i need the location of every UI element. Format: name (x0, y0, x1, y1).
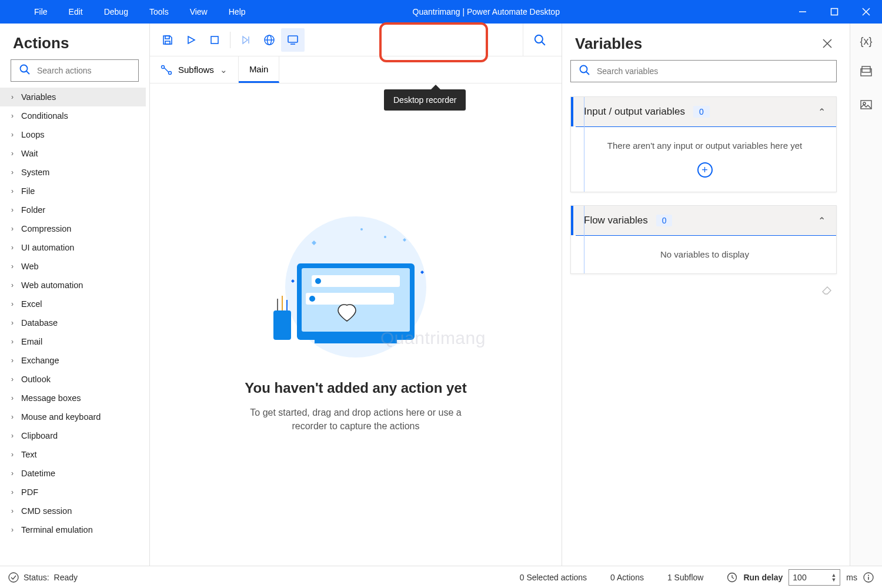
web-recorder-button[interactable] (258, 28, 281, 52)
menu-view[interactable]: View (179, 0, 218, 24)
status-value: Ready (54, 573, 78, 582)
run-next-button[interactable] (234, 28, 258, 52)
tree-item-mouse-keyboard[interactable]: ›Mouse and keyboard (0, 407, 146, 426)
right-rail: {x} (850, 24, 882, 566)
run-delay-input[interactable]: 100 ▲▼ (789, 569, 840, 586)
status-label-prefix: Status: (24, 573, 49, 582)
close-button[interactable] (850, 0, 882, 24)
tree-item-loops[interactable]: ›Loops (0, 125, 146, 144)
svg-point-35 (580, 66, 587, 73)
editor-search-button[interactable] (523, 24, 556, 56)
tree-label: Text (21, 450, 37, 459)
flow-icon (161, 64, 172, 76)
chevron-right-icon: › (8, 187, 16, 195)
chevron-right-icon: › (8, 413, 16, 421)
chevron-right-icon: › (8, 394, 16, 402)
tree-item-compression[interactable]: ›Compression (0, 219, 146, 238)
svg-rect-26 (315, 340, 397, 343)
flow-variables-header[interactable]: Flow variables 0 ⌃ (571, 206, 836, 235)
io-variables-header[interactable]: Input / output variables 0 ⌃ (571, 97, 836, 126)
close-variables-button[interactable] (818, 34, 837, 53)
chevron-right-icon: › (8, 488, 16, 496)
run-button[interactable] (179, 28, 203, 52)
chevron-right-icon: › (8, 112, 16, 120)
tree-item-exchange[interactable]: ›Exchange (0, 351, 146, 370)
menu-debug[interactable]: Debug (93, 0, 139, 24)
chevron-right-icon: › (8, 319, 16, 327)
svg-point-31 (384, 236, 386, 238)
save-button[interactable] (156, 28, 179, 52)
actions-panel: Actions ›Variables ›Conditionals ›Loops … (0, 24, 150, 566)
search-icon (579, 64, 590, 78)
chevron-right-icon: › (8, 262, 16, 270)
selected-actions-count: 0 Selected actions (520, 573, 587, 582)
run-delay-unit: ms (846, 573, 857, 582)
chevron-right-icon: › (8, 375, 16, 383)
tree-item-excel[interactable]: ›Excel (0, 295, 146, 313)
tree-item-email[interactable]: ›Email (0, 332, 146, 351)
menu-tools[interactable]: Tools (139, 0, 179, 24)
svg-point-41 (9, 573, 18, 582)
tree-item-terminal-emulation[interactable]: ›Terminal emulation (0, 520, 146, 539)
tree-label: Terminal emulation (21, 525, 93, 534)
images-rail-button[interactable] (860, 98, 873, 113)
desktop-recorder-button[interactable] (281, 28, 305, 52)
tree-item-text[interactable]: ›Text (0, 445, 146, 464)
svg-point-25 (309, 296, 315, 302)
tree-item-conditionals[interactable]: ›Conditionals (0, 106, 146, 125)
tree-label: Outlook (21, 375, 51, 384)
search-icon (19, 64, 31, 78)
subflows-dropdown[interactable]: Subflows ⌄ (150, 56, 239, 83)
tree-item-web-automation[interactable]: ›Web automation (0, 276, 146, 295)
tree-item-variables[interactable]: ›Variables (0, 88, 146, 106)
spin-down-icon[interactable]: ▼ (831, 577, 836, 582)
maximize-button[interactable] (818, 0, 850, 24)
actions-tree[interactable]: ›Variables ›Conditionals ›Loops ›Wait ›S… (0, 88, 149, 566)
io-variables-count: 0 (693, 106, 710, 118)
eraser-icon[interactable] (820, 282, 833, 298)
io-variables-card: Input / output variables 0 ⌃ There aren'… (570, 96, 837, 192)
tree-label: Compression (21, 224, 71, 233)
chevron-right-icon: › (8, 225, 16, 233)
flow-variables-title: Flow variables (584, 215, 648, 226)
tree-label: Web automation (21, 280, 83, 290)
tree-label: Message boxes (21, 393, 81, 403)
svg-rect-27 (273, 310, 291, 340)
svg-rect-6 (165, 36, 169, 39)
tree-label: Conditionals (21, 111, 68, 121)
flow-variables-card: Flow variables 0 ⌃ No variables to displ… (570, 205, 837, 274)
tab-main[interactable]: Main (239, 56, 280, 83)
tree-item-pdf[interactable]: ›PDF (0, 483, 146, 502)
minimize-button[interactable] (787, 0, 818, 24)
info-icon[interactable] (863, 572, 874, 583)
ui-elements-rail-button[interactable] (860, 65, 873, 81)
variables-header: Variables (575, 35, 818, 53)
menu-help[interactable]: Help (218, 0, 256, 24)
add-io-variable-button[interactable]: + (697, 162, 713, 178)
tree-item-system[interactable]: ›System (0, 163, 146, 182)
tree-item-message-boxes[interactable]: ›Message boxes (0, 389, 146, 407)
chevron-right-icon: › (8, 507, 16, 515)
tree-item-datetime[interactable]: ›Datetime (0, 464, 146, 483)
menu-edit[interactable]: Edit (58, 0, 93, 24)
menu-file[interactable]: File (24, 0, 58, 24)
status-bar: Status: Ready 0 Selected actions 0 Actio… (0, 566, 882, 588)
tree-item-outlook[interactable]: ›Outlook (0, 370, 146, 389)
stop-button[interactable] (203, 28, 226, 52)
variables-search-input[interactable] (570, 60, 837, 82)
empty-heading: You haven't added any action yet (245, 380, 466, 396)
tree-item-cmd-session[interactable]: ›CMD session (0, 502, 146, 520)
tree-item-database[interactable]: ›Database (0, 313, 146, 332)
variables-rail-button[interactable]: {x} (860, 35, 872, 48)
tree-item-file[interactable]: ›File (0, 182, 146, 201)
subflow-count: 1 Subflow (667, 573, 703, 582)
svg-line-36 (586, 72, 589, 75)
flow-canvas[interactable]: Quantrimang (150, 83, 562, 566)
tree-item-ui-automation[interactable]: ›UI automation (0, 238, 146, 257)
variables-panel: Variables Input / output variables 0 ⌃ T… (562, 24, 850, 566)
tree-item-web[interactable]: ›Web (0, 257, 146, 276)
tree-item-clipboard[interactable]: ›Clipboard (0, 426, 146, 445)
chevron-right-icon: › (8, 131, 16, 139)
tree-item-folder[interactable]: ›Folder (0, 201, 146, 219)
tree-item-wait[interactable]: ›Wait (0, 144, 146, 163)
